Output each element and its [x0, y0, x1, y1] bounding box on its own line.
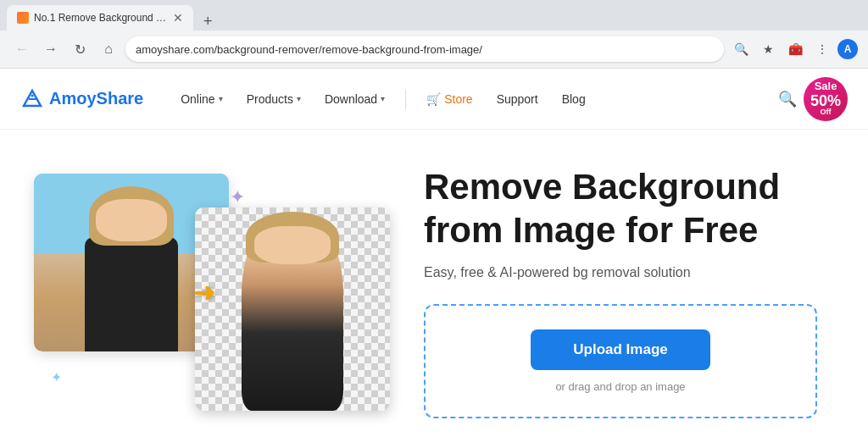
address-bar-row: ← → ↻ ⌂ 🔍 ★ 🧰 ⋮ A — [0, 30, 868, 68]
browser-chrome: No.1 Remove Background from... ✕ + ← → ↻… — [0, 0, 868, 69]
site-nav: AmoyShare Online ▾ Products ▾ Download ▾… — [0, 69, 868, 130]
search-icon-button[interactable]: 🔍 — [729, 37, 753, 61]
nav-products[interactable]: Products ▾ — [236, 86, 311, 113]
logo-icon — [20, 87, 44, 111]
drag-drop-hint: or drag and drop an image — [555, 380, 685, 393]
tab-favicon — [17, 12, 29, 24]
online-chevron-icon: ▾ — [219, 94, 223, 103]
forward-button[interactable]: → — [39, 37, 63, 61]
person-cutout — [242, 216, 343, 411]
reload-button[interactable]: ↻ — [68, 37, 92, 61]
upload-image-button[interactable]: Upload Image — [531, 329, 709, 370]
active-tab[interactable]: No.1 Remove Background from... ✕ — [7, 5, 193, 30]
extensions-button[interactable]: 🧰 — [783, 37, 807, 61]
sale-sub: Off — [821, 108, 832, 117]
tab-title: No.1 Remove Background from... — [34, 12, 168, 24]
home-button[interactable]: ⌂ — [97, 37, 120, 61]
sparkle-icon-2: ✦ — [51, 369, 62, 385]
nav-online[interactable]: Online ▾ — [170, 86, 232, 113]
back-button[interactable]: ← — [10, 37, 34, 61]
after-image — [195, 207, 390, 411]
sale-percent: 50% — [810, 93, 841, 108]
new-tab-button[interactable]: + — [197, 13, 220, 30]
nav-download[interactable]: Download ▾ — [314, 86, 395, 113]
cart-icon: 🛒 — [426, 92, 441, 106]
sale-badge[interactable]: Sale 50% Off — [804, 77, 848, 121]
nav-menu: Online ▾ Products ▾ Download ▾ 🛒 Store S… — [170, 86, 771, 113]
nav-blog[interactable]: Blog — [552, 86, 596, 113]
sparkle-icon-1: ✦ — [230, 186, 245, 208]
browser-menu-button[interactable]: ⋮ — [810, 37, 834, 61]
hero-images: ➜ ✦ ✦ — [34, 174, 390, 411]
profile-button[interactable]: A — [837, 39, 858, 59]
nav-support[interactable]: Support — [487, 86, 548, 113]
hero-content: Remove Background from Image for Free Ea… — [424, 166, 817, 418]
products-chevron-icon: ▾ — [297, 94, 301, 103]
logo-text: AmoyShare — [49, 89, 143, 108]
tab-bar: No.1 Remove Background from... ✕ + — [0, 0, 868, 30]
toolbar-icons: 🔍 ★ 🧰 ⋮ A — [729, 37, 858, 61]
bookmark-button[interactable]: ★ — [756, 37, 780, 61]
arrow-icon: ➜ — [193, 276, 216, 308]
download-chevron-icon: ▾ — [381, 94, 385, 103]
upload-area[interactable]: Upload Image or drag and drop an image — [424, 304, 817, 418]
hero-title: Remove Background from Image for Free — [424, 166, 817, 252]
svg-point-0 — [31, 94, 34, 97]
address-input[interactable] — [125, 36, 724, 62]
nav-divider — [405, 89, 406, 109]
hero-subtitle: Easy, free & AI-powered bg removal solut… — [424, 265, 817, 280]
nav-store[interactable]: 🛒 Store — [416, 86, 482, 113]
nav-search-button[interactable]: 🔍 — [771, 83, 804, 115]
hero-section: ➜ ✦ ✦ Remove Background from Image for F… — [0, 130, 868, 437]
sale-text: Sale — [815, 80, 837, 92]
website-content: AmoyShare Online ▾ Products ▾ Download ▾… — [0, 69, 868, 437]
logo-link[interactable]: AmoyShare — [20, 87, 143, 111]
tab-close-button[interactable]: ✕ — [173, 11, 183, 25]
